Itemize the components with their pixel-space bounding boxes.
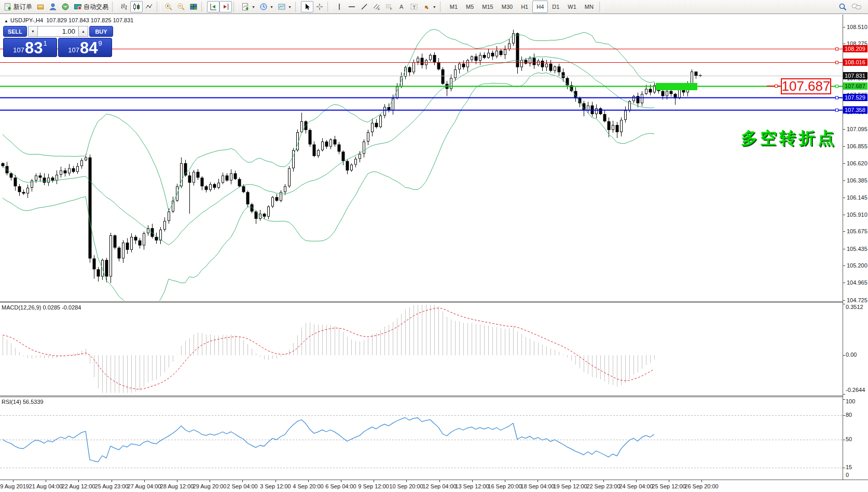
- tf-m15[interactable]: M15: [478, 1, 497, 13]
- autotrading-label: 自动交易: [84, 3, 108, 11]
- vertical-line-button[interactable]: [333, 1, 346, 12]
- auto-scroll-button[interactable]: [207, 1, 219, 12]
- line-chart-button[interactable]: [143, 1, 155, 12]
- volume-input[interactable]: 1.00: [38, 26, 78, 37]
- time-tick-mark: [210, 480, 210, 482]
- price-tick-mark: [843, 146, 845, 147]
- price-line-label: 107.358: [843, 106, 867, 114]
- new-order-button[interactable]: 新订单: [2, 1, 34, 12]
- price-tick-label: 106.145: [847, 194, 867, 201]
- price-tick-label: 105.200: [847, 262, 867, 269]
- collapse-triangle-icon: ▲: [4, 19, 8, 23]
- macd-tick-mark: [843, 304, 845, 304]
- zoom-out-button[interactable]: [175, 1, 187, 12]
- tf-h4[interactable]: H4: [532, 1, 548, 13]
- window-separator[interactable]: [0, 396, 868, 397]
- tf-m1[interactable]: M1: [446, 1, 462, 13]
- chat-button[interactable]: [849, 1, 864, 12]
- dropdown-caret: ▼: [270, 5, 273, 9]
- terminal-button[interactable]: [59, 1, 72, 12]
- price-tick-label: 104.965: [847, 279, 867, 286]
- price-tick-label: 108.510: [847, 24, 867, 30]
- time-tick-mark: [177, 480, 177, 482]
- time-tick-mark: [78, 480, 79, 482]
- volume-down-button[interactable]: ▼: [28, 26, 38, 37]
- tf-m5[interactable]: M5: [462, 1, 478, 13]
- rsi-tick-mark: [843, 440, 845, 440]
- time-tick-mark: [275, 480, 276, 482]
- time-label: 2 Sep 04:00: [227, 483, 257, 489]
- buy-button[interactable]: BUY: [89, 26, 113, 37]
- autotrading-button[interactable]: 自动交易: [72, 1, 111, 12]
- tile-windows-button[interactable]: [187, 1, 200, 12]
- search-button[interactable]: [836, 1, 849, 12]
- bar-chart-button[interactable]: [118, 1, 130, 12]
- dropdown-caret: ▼: [288, 5, 292, 9]
- clock-icon: [259, 3, 268, 11]
- time-tick-mark: [472, 480, 473, 482]
- tf-m30[interactable]: M30: [498, 1, 517, 13]
- tf-h1[interactable]: H1: [517, 1, 532, 13]
- indicators-button[interactable]: ▼: [239, 1, 257, 12]
- periods-button[interactable]: ▼: [257, 1, 275, 12]
- rsi-tick-mark: [843, 399, 845, 400]
- zoom-out-icon: [177, 3, 185, 11]
- templates-button[interactable]: ▼: [275, 1, 294, 12]
- time-tick-mark: [570, 480, 571, 482]
- tf-w1[interactable]: W1: [563, 1, 581, 13]
- market-watch-button[interactable]: [34, 1, 47, 12]
- svg-text:A: A: [399, 4, 404, 10]
- mt4-terminal: 新订单 自动交易: [0, 0, 868, 492]
- time-tick-mark: [538, 480, 538, 482]
- macd-tick-mark: [843, 355, 845, 356]
- volume-up-button[interactable]: ▲: [78, 26, 88, 37]
- chinese-annotation-text[interactable]: 多空转折点: [741, 127, 837, 150]
- toolbar: 新订单 自动交易: [0, 0, 868, 14]
- channel-button[interactable]: E: [370, 1, 383, 12]
- highlight-rectangle[interactable]: [656, 83, 697, 90]
- rsi-axis-label: 80: [846, 412, 852, 418]
- svg-text:E: E: [378, 7, 380, 10]
- price-tick-label: 106.385: [847, 177, 867, 184]
- price-callout-box[interactable]: 107.687: [781, 78, 831, 94]
- time-label: 25 Sep 12:00: [652, 483, 685, 489]
- chart-shift-button[interactable]: [219, 1, 232, 12]
- price-tick-mark: [843, 231, 845, 232]
- main-price-chart[interactable]: [0, 15, 843, 301]
- text-label-button[interactable]: T: [408, 1, 420, 12]
- cursor-button[interactable]: [301, 1, 313, 12]
- candlestick-chart-button[interactable]: [130, 1, 143, 12]
- tf-mn[interactable]: MN: [581, 1, 598, 13]
- macd-indicator-chart[interactable]: [0, 303, 843, 395]
- toolbar-separator: [233, 2, 238, 12]
- window-separator[interactable]: [0, 301, 868, 303]
- arrow-objects-icon: [422, 3, 431, 11]
- sell-price-button[interactable]: 107 83 1: [3, 38, 57, 57]
- time-tick-mark: [308, 480, 309, 482]
- time-tick-mark: [669, 480, 669, 482]
- time-tick-mark: [406, 480, 407, 482]
- rsi-indicator-chart[interactable]: [0, 397, 843, 480]
- buy-price-sup: 9: [98, 39, 102, 47]
- zoom-in-button[interactable]: [162, 1, 175, 12]
- callout-handle[interactable]: [775, 85, 778, 88]
- tf-d1[interactable]: D1: [548, 1, 563, 13]
- price-tick-label: 105.435: [847, 246, 867, 252]
- buy-price-button[interactable]: 107 84 9: [58, 38, 112, 57]
- fibonacci-button[interactable]: F: [383, 1, 395, 12]
- price-line-label: 107.529: [843, 94, 867, 101]
- arrows-button[interactable]: ▼: [420, 1, 438, 12]
- trendline-button[interactable]: [358, 1, 370, 12]
- vertical-line-icon: [335, 3, 343, 11]
- time-tick-mark: [374, 480, 374, 482]
- time-label: 19 Sep 12:00: [553, 483, 587, 489]
- navigator-button[interactable]: [47, 1, 59, 12]
- time-tick-mark: [46, 480, 46, 482]
- price-tick-label: 106.620: [847, 160, 867, 166]
- time-tick-mark: [439, 480, 440, 482]
- price-tick-label: 106.855: [847, 143, 867, 149]
- text-button[interactable]: A: [395, 1, 408, 12]
- horizontal-line-button[interactable]: [346, 1, 358, 12]
- sell-button[interactable]: SELL: [3, 26, 27, 37]
- crosshair-button[interactable]: [313, 1, 326, 12]
